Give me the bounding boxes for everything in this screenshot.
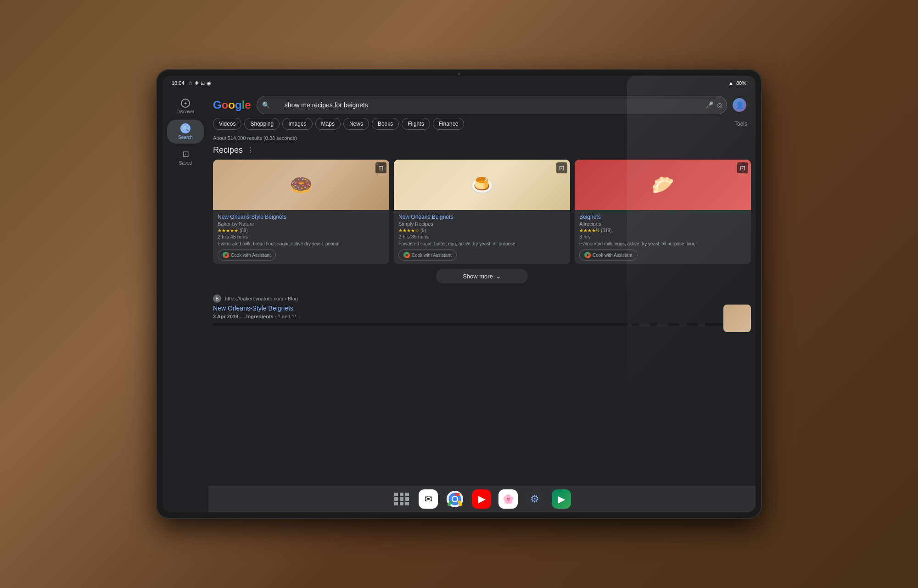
recipe-time-3: 3 hrs xyxy=(579,234,746,239)
recipe-card-3[interactable]: 🥟 Beignets Allrecipes ★★★★½ (319) xyxy=(575,160,751,264)
recipes-more-button[interactable]: ⋮ xyxy=(246,146,254,155)
tab-shopping[interactable]: Shopping xyxy=(244,118,280,130)
result-title-1[interactable]: New Orleans-Style Beignets xyxy=(213,305,751,312)
recipe-source-2: Simply Recipes xyxy=(398,221,565,227)
dock-chrome[interactable] xyxy=(445,489,465,509)
tab-books[interactable]: Books xyxy=(372,118,399,130)
recipe-ingredients-3: Evaporated milk, eggs, active dry yeast,… xyxy=(579,241,746,247)
lens-search-icon[interactable]: ◎ xyxy=(717,101,722,109)
app-dock: ✉ ▶ xyxy=(208,486,756,512)
recipe-image-bg-3: 🥟 xyxy=(575,160,751,210)
status-right: ▲ 80% xyxy=(728,80,746,86)
dock-photos[interactable]: 🌸 xyxy=(498,489,518,509)
status-bar: 10:04 ☆ ❋ ⊡ ◉ ▲ 80% xyxy=(162,76,756,90)
filter-tabs: Videos Shopping Images Maps News Books F… xyxy=(208,118,756,133)
recipe-image-bg-1: 🍩 xyxy=(213,160,389,210)
tab-news[interactable]: News xyxy=(343,118,369,130)
dock-youtube[interactable]: ▶ xyxy=(472,489,491,509)
rating-count-1: (69) xyxy=(240,228,248,233)
svg-point-3 xyxy=(453,497,457,501)
recipe-info-2: New Orleans Beignets Simply Recipes ★★★★… xyxy=(394,210,570,264)
recipe-image-2: 🍮 xyxy=(394,160,570,210)
main-content: Discover Search ⊡ Saved Google xyxy=(162,90,756,512)
recipe-card-2[interactable]: 🍮 New Orleans Beignets Simply Recipes ★★… xyxy=(394,160,570,264)
search-input-box[interactable]: 🔍 show me recipes for beignets 🎤 ◎ xyxy=(257,96,727,114)
sidebar-item-search[interactable]: Search xyxy=(167,120,204,144)
result-favicon-1: B xyxy=(213,294,221,303)
tab-images[interactable]: Images xyxy=(282,118,312,130)
recipe-image-3: 🥟 xyxy=(575,160,751,210)
tab-flights[interactable]: Flights xyxy=(402,118,430,130)
recipe-source-1: Baker by Nature xyxy=(218,221,385,227)
search-query-text: show me recipes for beignets xyxy=(285,101,368,109)
search-circle-icon xyxy=(180,123,190,133)
rating-count-3: (319) xyxy=(601,228,611,233)
cook-btn-text-2: Cook with Assistant xyxy=(412,253,452,258)
save-recipe-1-button[interactable] xyxy=(375,162,386,173)
user-avatar[interactable]: 👤 xyxy=(733,98,746,112)
result-thumbnail-1 xyxy=(723,305,751,332)
wifi-status-icon: ▲ xyxy=(728,80,733,86)
recipe-rating-2: ★★★★☆ (9) xyxy=(398,228,565,233)
sidebar-discover-label: Discover xyxy=(177,109,195,114)
recipe-card-1[interactable]: 🍩 New Orleans-Style Beignets Baker by Na… xyxy=(213,160,389,264)
recipe-time-2: 2 hrs 35 mins xyxy=(398,234,565,239)
stars-2: ★★★★☆ xyxy=(398,228,419,233)
dock-gmail[interactable]: ✉ xyxy=(419,489,438,509)
browser-area: Google 🔍 show me recipes for beignets 🎤 … xyxy=(208,90,756,512)
recipes-title: Recipes xyxy=(213,145,243,155)
dock-settings[interactable]: ⚙ xyxy=(525,489,544,509)
recipe-info-3: Beignets Allrecipes ★★★★½ (319) 3 hrs Ev… xyxy=(575,210,751,264)
search-bar-area: Google 🔍 show me recipes for beignets 🎤 … xyxy=(208,90,756,118)
dnd-icon: ◉ xyxy=(207,80,211,86)
recipe-title-1[interactable]: New Orleans-Style Beignets xyxy=(218,214,385,220)
sidebar-saved-label: Saved xyxy=(179,161,192,166)
show-more-button[interactable]: Show more ⌄ xyxy=(436,269,528,283)
cast-icon: ⊡ xyxy=(201,80,205,86)
voice-search-icon[interactable]: 🎤 xyxy=(705,101,713,109)
tools-button[interactable]: Tools xyxy=(731,118,751,129)
status-icons: ☆ ❋ ⊡ ◉ xyxy=(188,80,211,86)
save-recipe-2-button[interactable] xyxy=(556,162,567,173)
tab-finance[interactable]: Finance xyxy=(433,118,465,130)
recipes-header: Recipes ⋮ xyxy=(213,145,751,155)
saved-icon: ⊡ xyxy=(182,149,189,159)
google-logo: Google xyxy=(213,99,251,111)
rating-count-2: (9) xyxy=(420,228,426,233)
recipe-rating-3: ★★★★½ (319) xyxy=(579,228,746,233)
sidebar: Discover Search ⊡ Saved xyxy=(162,90,208,512)
recipe-image-bg-2: 🍮 xyxy=(394,160,570,210)
chevron-down-icon: ⌄ xyxy=(496,272,501,280)
cook-assistant-button-1[interactable]: ✦ Cook with Assistant xyxy=(218,250,276,261)
recipe-ingredients-2: Powdered sugar, butter, egg, active dry … xyxy=(398,241,565,247)
search-input-container: 🔍 show me recipes for beignets 🎤 ◎ xyxy=(257,96,727,114)
sidebar-item-discover[interactable]: Discover xyxy=(167,95,204,118)
recipe-title-3[interactable]: Beignets xyxy=(579,214,746,220)
wifi-icon: ☆ xyxy=(188,80,193,86)
recipe-source-3: Allrecipes xyxy=(579,221,746,227)
recipe-image-1: 🍩 xyxy=(213,160,389,210)
status-left: 10:04 ☆ ❋ ⊡ ◉ xyxy=(172,80,211,86)
battery-display: 80% xyxy=(736,80,746,86)
tab-videos[interactable]: Videos xyxy=(213,118,241,130)
save-recipe-3-button[interactable] xyxy=(737,162,748,173)
search-result-item-1: B https://bakerbynature.com › Blog New O… xyxy=(213,291,751,324)
tab-maps[interactable]: Maps xyxy=(315,118,341,130)
cook-assistant-button-3[interactable]: ✦ Cook with Assistant xyxy=(579,250,638,261)
dock-play-store[interactable]: ▶ xyxy=(552,489,571,509)
dock-google-apps[interactable] xyxy=(393,490,411,508)
front-camera xyxy=(458,72,460,75)
stars-1: ★★★★★ xyxy=(218,228,238,233)
results-area[interactable]: About 514,000 results (0.38 seconds) Rec… xyxy=(208,133,756,486)
cook-assistant-button-2[interactable]: ✦ Cook with Assistant xyxy=(398,250,457,261)
stars-3: ★★★★½ xyxy=(579,228,599,233)
recipe-title-2[interactable]: New Orleans Beignets xyxy=(398,214,565,220)
recipe-ingredients-1: Evaporated milk, bread flour, sugar, act… xyxy=(218,241,385,247)
recipe-info-1: New Orleans-Style Beignets Baker by Natu… xyxy=(213,210,389,264)
recipe-rating-1: ★★★★★ (69) xyxy=(218,228,385,233)
sidebar-item-saved[interactable]: ⊡ Saved xyxy=(167,145,204,169)
search-right-icons: 🎤 ◎ xyxy=(705,101,722,109)
result-domain-1: https://bakerbynature.com › Blog xyxy=(225,296,298,301)
search-field-icon: 🔍 xyxy=(262,101,270,109)
cook-btn-text-3: Cook with Assistant xyxy=(593,253,633,258)
